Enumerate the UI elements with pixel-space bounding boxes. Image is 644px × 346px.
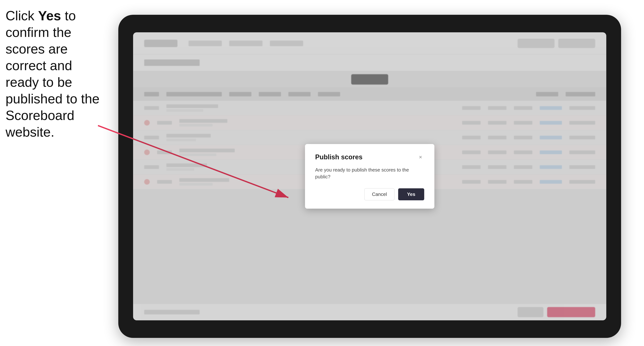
dialog-header: Publish scores × bbox=[315, 153, 424, 161]
dialog-title: Publish scores bbox=[315, 153, 362, 161]
dialog-body-text: Are you ready to publish these scores to… bbox=[315, 167, 424, 180]
instruction-text: Click Yes to confirm the scores are corr… bbox=[6, 7, 109, 140]
yes-button[interactable]: Yes bbox=[398, 188, 424, 200]
tablet-screen: Publish scores × Are you ready to publis… bbox=[133, 32, 606, 320]
dialog-overlay: Publish scores × Are you ready to publis… bbox=[133, 32, 606, 320]
instruction-bold: Yes bbox=[38, 8, 61, 23]
instruction-prefix: Click bbox=[6, 8, 38, 23]
tablet-device: Publish scores × Are you ready to publis… bbox=[118, 15, 621, 338]
cancel-button[interactable]: Cancel bbox=[364, 188, 394, 200]
dialog-footer: Cancel Yes bbox=[315, 188, 424, 200]
publish-dialog: Publish scores × Are you ready to publis… bbox=[305, 144, 434, 209]
instruction-suffix: to confirm the scores are correct and re… bbox=[6, 8, 100, 139]
dialog-close-button[interactable]: × bbox=[417, 154, 424, 161]
